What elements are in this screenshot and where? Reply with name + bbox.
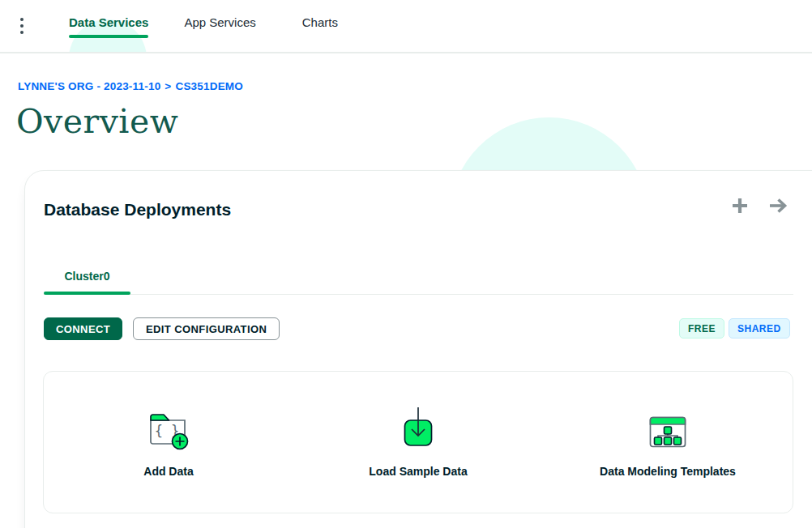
free-tier-badge: FREE — [679, 318, 724, 339]
edit-configuration-button[interactable]: EDIT CONFIGURATION — [133, 317, 280, 340]
data-modeling-templates-action[interactable]: Data Modeling Templates — [543, 372, 793, 513]
active-tab-underline — [69, 35, 148, 38]
data-modeling-templates-label: Data Modeling Templates — [600, 465, 736, 478]
data-model-tree-icon — [647, 404, 689, 451]
add-data-label: Add Data — [143, 465, 193, 478]
breadcrumb: LYNNE'S ORG - 2023-11-10>CS351DEMO — [18, 80, 243, 92]
page-title: Overview — [16, 102, 178, 141]
quick-actions-panel: { } Add Data Load Sample Data — [43, 371, 793, 513]
breadcrumb-project-link[interactable]: CS351DEMO — [175, 80, 243, 92]
shared-tier-badge: SHARED — [729, 318, 790, 339]
cluster-tab-underline — [44, 292, 130, 295]
kebab-menu-icon[interactable] — [18, 15, 26, 36]
load-sample-data-label: Load Sample Data — [369, 465, 467, 478]
tab-app-services-label: App Services — [184, 14, 255, 31]
go-to-deployments-arrow-right-icon[interactable] — [767, 195, 788, 216]
tab-app-services[interactable]: App Services — [184, 14, 255, 38]
breadcrumb-separator: > — [165, 80, 171, 92]
add-deployment-plus-icon[interactable] — [729, 195, 750, 216]
add-data-action[interactable]: { } Add Data — [44, 372, 293, 513]
tab-charts[interactable]: Charts — [302, 14, 338, 38]
breadcrumb-org-link[interactable]: LYNNE'S ORG - 2023-11-10 — [18, 80, 160, 92]
cluster-tab[interactable]: Cluster0 — [44, 270, 130, 283]
add-data-folder-icon: { } — [146, 404, 191, 451]
database-deployments-card: Database Deployments Cluster0 CONNECT ED… — [24, 170, 812, 528]
tab-divider — [44, 294, 793, 295]
connect-button[interactable]: CONNECT — [44, 317, 122, 340]
tab-data-services[interactable]: Data Services — [58, 14, 159, 38]
tab-charts-label: Charts — [302, 14, 338, 31]
tab-data-services-label: Data Services — [69, 14, 148, 31]
load-sample-data-action[interactable]: Load Sample Data — [293, 372, 543, 513]
download-sample-icon — [402, 404, 434, 451]
top-nav: Data Services App Services Charts — [0, 0, 812, 53]
card-title: Database Deployments — [44, 200, 231, 219]
